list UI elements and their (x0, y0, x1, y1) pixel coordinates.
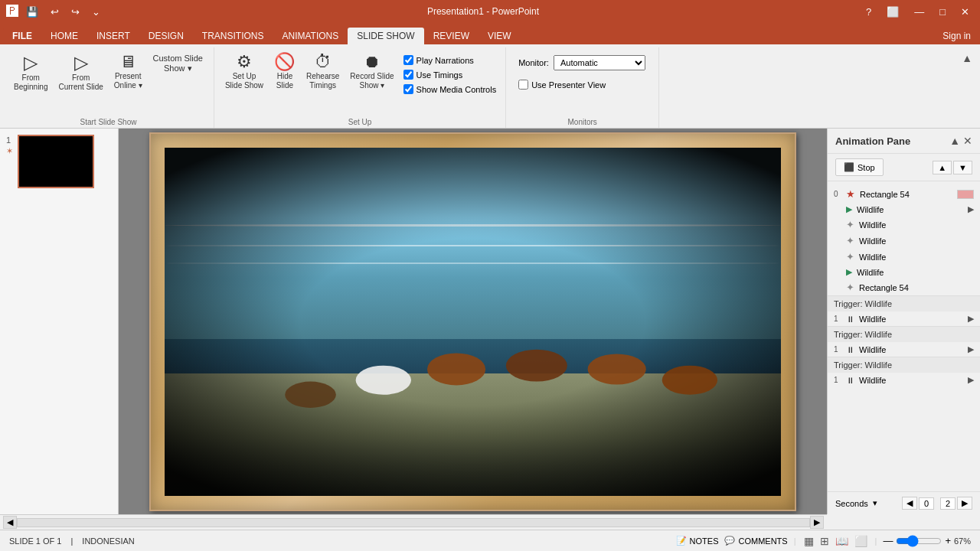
customize-btn[interactable]: ⌄ (87, 5, 105, 19)
tab-design[interactable]: DESIGN (139, 28, 193, 44)
animation-pane-close-btn[interactable]: ✕ (963, 135, 972, 147)
monitors-content: Monitor: Automatic Use Presenter View (512, 47, 652, 116)
play-narrations-input[interactable] (403, 55, 413, 65)
slide-number-1: 1 ✶ (6, 135, 13, 156)
animation-stop-btn[interactable]: ⬛ Stop (835, 158, 884, 176)
help-btn[interactable]: ? (861, 5, 876, 19)
setup-slideshow-btn[interactable]: ⚙ Set UpSlide Show (220, 51, 268, 93)
monitor-select[interactable]: Automatic (554, 55, 645, 70)
save-btn[interactable]: 💾 (21, 5, 43, 19)
tab-view[interactable]: VIEW (479, 28, 521, 44)
stop-label: Stop (858, 163, 875, 172)
anim-item-6[interactable]: ✦ Rectangle 54 (828, 279, 980, 295)
show-media-controls-input[interactable] (403, 84, 413, 94)
animation-nav-up[interactable]: ▲ (933, 161, 952, 174)
seconds-dropdown[interactable]: ▾ (873, 498, 877, 508)
trigger-item-3[interactable]: 1 ⏸ Wildlife ▶ (828, 373, 980, 387)
ribbon-display-btn[interactable]: ⬜ (882, 5, 903, 19)
collapse-ribbon-btn[interactable]: ▲ (957, 51, 977, 66)
present-online-btn[interactable]: 🖥 PresentOnline ▾ (109, 51, 147, 93)
anim-item-2[interactable]: ✦ Wildlife (828, 217, 980, 233)
record-slideshow-btn[interactable]: ⏺ Record SlideShow ▾ (345, 51, 398, 93)
redo-btn[interactable]: ↪ (67, 5, 84, 19)
main-area: 1 ✶ (0, 129, 980, 514)
use-timings-checkbox[interactable]: Use Timings (400, 68, 500, 81)
presenter-view-checkbox[interactable]: Use Presenter View (515, 78, 609, 91)
zoom-in-btn[interactable]: + (945, 535, 951, 546)
scroll-left-btn[interactable]: ◀ (3, 516, 17, 529)
minimize-btn[interactable]: — (910, 5, 929, 19)
from-beginning-icon: ▷ (24, 54, 38, 72)
svg-point-4 (588, 354, 646, 384)
anim-item-5[interactable]: ▶ Wildlife (828, 265, 980, 279)
comments-btn[interactable]: 💬 COMMENTS (724, 536, 787, 546)
play-narrations-checkbox[interactable]: Play Narrations (400, 54, 500, 67)
reading-view-btn[interactable]: 📖 (834, 533, 850, 549)
maximize-btn[interactable]: □ (935, 5, 950, 19)
language-indicator: INDONESIAN (82, 536, 134, 546)
hide-slide-icon: 🚫 (274, 54, 295, 70)
svg-point-1 (356, 365, 411, 394)
normal-view-btn[interactable]: ▦ (802, 533, 815, 549)
from-current-btn[interactable]: ▷ FromCurrent Slide (54, 51, 107, 95)
animation-nav-down[interactable]: ▼ (953, 161, 972, 174)
from-beginning-btn[interactable]: ▷ FromBeginning (9, 51, 52, 95)
close-btn[interactable]: ✕ (956, 5, 974, 19)
comments-icon: 💬 (724, 536, 735, 546)
svg-point-3 (506, 349, 567, 381)
zoom-out-btn[interactable]: — (883, 535, 893, 546)
trigger-item-2[interactable]: 1 ⏸ Wildlife ▶ (828, 342, 980, 357)
tab-home[interactable]: HOME (41, 28, 87, 44)
use-timings-input[interactable] (403, 70, 413, 80)
custom-slideshow-label: Custom SlideShow ▾ (153, 54, 203, 73)
animation-nav: ▲ ▼ (933, 161, 972, 174)
trigger-item-1[interactable]: 1 ⏸ Wildlife ▶ (828, 311, 980, 326)
custom-slideshow-btn[interactable]: Custom SlideShow ▾ (149, 51, 207, 77)
anim-item-6-label: Rectangle 54 (859, 283, 974, 292)
start-slideshow-group: ▷ FromBeginning ▷ FromCurrent Slide 🖥 Pr… (3, 47, 214, 128)
presenter-view-input[interactable] (518, 80, 528, 90)
rehearse-timings-btn[interactable]: ⏱ RehearseTimings (302, 51, 344, 93)
status-left: SLIDE 1 OF 1 | INDONESIAN (9, 536, 664, 546)
slide-thumbnail-1[interactable] (18, 135, 94, 188)
tab-slideshow[interactable]: SLIDE SHOW (348, 28, 423, 44)
undo-btn[interactable]: ↩ (46, 5, 64, 19)
slide-sorter-btn[interactable]: ⊞ (818, 533, 831, 549)
trigger-3-num: 1 (834, 376, 841, 384)
hide-slide-label: HideSlide (276, 72, 293, 90)
page-nav-right[interactable]: ▶ (957, 497, 972, 510)
ribbon-tabs: FILE HOME INSERT DESIGN TRANSITIONS ANIM… (0, 23, 980, 44)
ribbon: ▷ FromBeginning ▷ FromCurrent Slide 🖥 Pr… (0, 44, 980, 129)
page-num-end: 2 (940, 497, 956, 510)
tab-file[interactable]: FILE (3, 28, 41, 44)
trigger-1-num: 1 (834, 315, 841, 323)
comments-label: COMMENTS (738, 536, 787, 546)
anim-item-0[interactable]: 0 ★ Rectangle 54 (828, 186, 980, 202)
hide-slide-btn[interactable]: 🚫 HideSlide (270, 51, 300, 93)
tab-review[interactable]: REVIEW (424, 28, 479, 44)
scroll-track[interactable] (17, 518, 810, 527)
notes-btn[interactable]: 📝 NOTES (676, 536, 719, 546)
presenter-view-btn[interactable]: ⬜ (853, 533, 869, 549)
anim-item-1[interactable]: ▶ Wildlife ▶ (828, 202, 980, 217)
start-slideshow-buttons: ▷ FromBeginning ▷ FromCurrent Slide 🖥 Pr… (9, 47, 207, 116)
trigger-3-label: Wildlife (859, 376, 963, 385)
scroll-right-btn[interactable]: ▶ (810, 516, 824, 529)
tab-insert[interactable]: INSERT (87, 28, 139, 44)
anim-item-3[interactable]: ✦ Wildlife (828, 233, 980, 249)
anim-item-5-label: Wildlife (857, 268, 974, 277)
sign-in[interactable]: Sign in (933, 28, 980, 44)
animation-pane-title: Animation Pane (835, 135, 910, 147)
tab-animations[interactable]: ANIMATIONS (273, 28, 348, 44)
tab-transitions[interactable]: TRANSITIONS (193, 28, 273, 44)
animation-pane-up-btn[interactable]: ▲ (949, 135, 960, 147)
trigger-label-1: Trigger: Wildlife (828, 295, 980, 311)
show-media-controls-checkbox[interactable]: Show Media Controls (400, 83, 500, 96)
present-online-icon: 🖥 (119, 54, 136, 70)
monitors-group: Monitor: Automatic Use Presenter View Mo… (506, 47, 659, 128)
page-nav-left[interactable]: ◀ (902, 497, 917, 510)
slide-thumb-1[interactable]: 1 ✶ (6, 135, 112, 188)
anim-item-4[interactable]: ✦ Wildlife (828, 249, 980, 265)
zoom-slider[interactable] (896, 535, 942, 547)
seconds-label: Seconds (835, 499, 868, 508)
